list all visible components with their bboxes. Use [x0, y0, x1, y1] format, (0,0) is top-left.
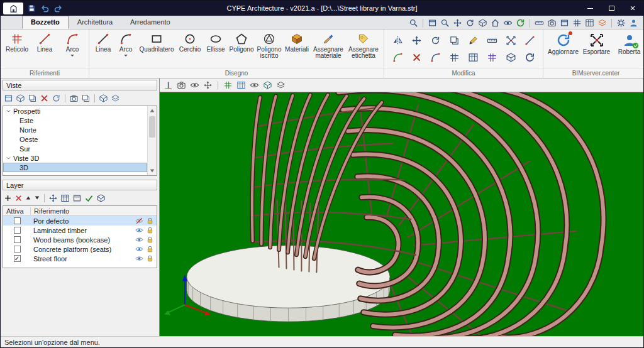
reference-table-icon[interactable]	[585, 18, 594, 28]
close-button[interactable]	[622, 1, 643, 16]
layer-row-wood-beams[interactable]: Wood beams (bookcase)	[3, 235, 157, 244]
3d-viewport[interactable]	[160, 92, 643, 336]
snapshot-icon[interactable]	[69, 94, 79, 103]
solid-view-icon[interactable]	[263, 80, 272, 90]
window-icon[interactable]	[560, 18, 569, 28]
materiali-button[interactable]: Materiali	[283, 31, 311, 54]
scroll-thumb[interactable]	[149, 116, 155, 138]
trim-icon[interactable]	[408, 50, 425, 65]
home-view-icon[interactable]	[491, 18, 500, 28]
user-account-button[interactable]: Roberta	[613, 31, 644, 57]
rotate-icon[interactable]	[427, 33, 443, 48]
visibility-off-icon[interactable]	[135, 217, 143, 225]
refresh-view-icon[interactable]	[516, 18, 525, 28]
options-icon[interactable]	[616, 18, 626, 28]
visibility-icon[interactable]	[135, 245, 143, 253]
cerchio-button[interactable]: Cerchio	[176, 31, 204, 54]
divide-icon[interactable]	[446, 50, 462, 65]
undo-button[interactable]	[40, 4, 50, 13]
orbit-view-icon[interactable]	[52, 94, 61, 103]
column-view-icon[interactable]	[60, 193, 70, 203]
measure-icon[interactable]	[535, 18, 544, 28]
zoom-window-icon[interactable]	[428, 18, 437, 28]
assegnare-etichetta-button[interactable]: Assegnare etichetta	[346, 31, 381, 60]
tree-item-sur[interactable]: Sur	[3, 144, 147, 153]
app-logo-icon[interactable]	[3, 3, 23, 14]
tree-item-viste-3d[interactable]: Viste 3D	[3, 153, 147, 163]
tree-item-este[interactable]: Este	[3, 116, 147, 125]
visibility-icon[interactable]	[503, 18, 513, 28]
extend-icon[interactable]	[389, 50, 406, 65]
connected-user-icon[interactable]	[629, 18, 638, 28]
poligono-iscritto-button[interactable]: Poligono iscritto	[255, 31, 283, 60]
layer-active-checkbox[interactable]	[14, 236, 21, 243]
render-mode-icon[interactable]	[177, 80, 186, 90]
lock-icon[interactable]	[146, 236, 154, 244]
esportare-button[interactable]: Esportare	[580, 31, 613, 57]
assegnare-materiale-button[interactable]: Assegnare materiale	[311, 31, 346, 60]
new-3d-view-icon[interactable]	[16, 94, 25, 103]
solid-view-icon[interactable]	[99, 94, 108, 103]
visibility-icon[interactable]	[135, 226, 143, 234]
ellisse-button[interactable]: Ellisse	[204, 31, 228, 54]
move-down-icon[interactable]	[34, 195, 40, 201]
add-layer-icon[interactable]	[4, 194, 12, 202]
orbit-icon[interactable]	[465, 18, 475, 28]
smooth-toggle-icon[interactable]	[84, 193, 94, 203]
transfer-layer-icon[interactable]	[48, 193, 58, 203]
align-icon[interactable]	[465, 50, 481, 65]
move-up-icon[interactable]	[25, 195, 31, 201]
gallery-icon[interactable]	[81, 94, 91, 103]
new-view-icon[interactable]	[4, 94, 13, 103]
arco-button[interactable]: Arco	[114, 31, 137, 60]
zoom-extents-icon[interactable]	[440, 18, 450, 28]
lock-icon[interactable]	[146, 245, 154, 253]
maximize-button[interactable]	[601, 1, 622, 16]
layer-row-street-floor[interactable]: ✓ Street floor	[3, 254, 157, 263]
group-icon[interactable]	[502, 50, 519, 65]
shade-toggle-icon[interactable]	[96, 193, 106, 203]
tab-architettura[interactable]: Architettura	[69, 16, 121, 29]
layer-active-checkbox[interactable]	[14, 217, 21, 224]
stretch-icon[interactable]	[502, 33, 519, 48]
merge-columns-icon[interactable]	[72, 193, 82, 203]
offset-icon[interactable]	[521, 33, 538, 48]
linea-rif-button[interactable]: Linea	[31, 31, 58, 54]
lock-icon[interactable]	[146, 217, 154, 225]
array-icon[interactable]	[484, 50, 500, 65]
layer-row-por-defecto[interactable]: Por defecto	[3, 216, 157, 226]
reference-table-icon[interactable]	[236, 80, 246, 90]
tree-item-3d[interactable]: 3D	[3, 163, 147, 172]
fillet-icon[interactable]	[427, 50, 443, 65]
snap-grid-icon[interactable]	[223, 80, 233, 90]
layer-row-concrete-platform[interactable]: Concrete platform (seats)	[3, 244, 157, 254]
arco-rif-button[interactable]: Arco	[58, 31, 86, 60]
minimize-button[interactable]	[579, 1, 601, 16]
move-icon[interactable]	[408, 33, 425, 48]
work-grid-icon[interactable]	[572, 18, 582, 28]
tab-arredamento[interactable]: Arredamento	[121, 16, 179, 29]
redo-button[interactable]	[53, 4, 63, 13]
scroll-up-icon[interactable]	[148, 106, 157, 115]
layer-active-checkbox[interactable]	[14, 246, 21, 253]
layers-icon[interactable]	[597, 18, 607, 28]
duplicate-view-icon[interactable]	[28, 94, 37, 103]
reticolo-button[interactable]: Reticolo	[3, 31, 31, 54]
snapshot-icon[interactable]	[547, 18, 557, 28]
visibility-icon[interactable]	[135, 236, 143, 244]
save-button[interactable]	[27, 4, 36, 13]
scene-visibility-icon[interactable]	[250, 80, 259, 90]
tab-bozzetto[interactable]: Bozzetto	[22, 16, 69, 29]
tree-scrollbar[interactable]	[147, 106, 157, 175]
view-cube-icon[interactable]	[478, 18, 487, 28]
visibility-icon[interactable]	[135, 254, 143, 263]
tree-item-oeste[interactable]: Oeste	[3, 134, 147, 144]
poligono-button[interactable]: Poligono	[228, 31, 255, 54]
layer-active-checkbox[interactable]: ✓	[14, 255, 21, 262]
symmetry-icon[interactable]	[389, 33, 406, 48]
quadrilatero-button[interactable]: Quadrilatero	[137, 31, 176, 54]
delete-layer-icon[interactable]	[14, 194, 23, 202]
measure-icon[interactable]	[484, 33, 500, 48]
tree-item-norte[interactable]: Norte	[3, 125, 147, 134]
edit-icon[interactable]	[465, 33, 481, 48]
